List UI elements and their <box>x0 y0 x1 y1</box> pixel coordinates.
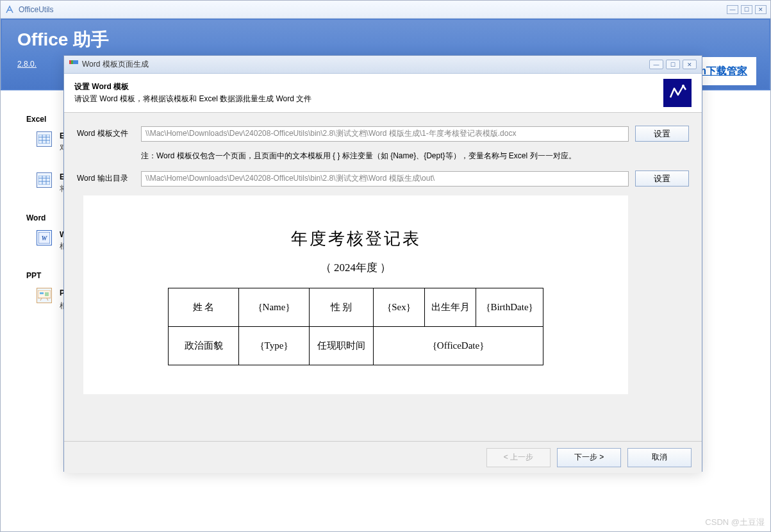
table-row: 姓 名 {Name} 性 别 {Sex} 出生年月 {BirthDate} <box>169 288 543 327</box>
cell-value: {Sex} <box>374 288 425 327</box>
template-preview: 年度考核登记表 （ 2024年度 ） 姓 名 {Name} 性 别 {Sex} … <box>83 195 628 394</box>
cell-value: {Type} <box>239 327 310 365</box>
preview-subtitle: （ 2024年度 ） <box>83 260 628 275</box>
dialog-close-button[interactable]: ✕ <box>683 60 697 69</box>
cell-label: 性 别 <box>310 288 374 327</box>
output-dir-label: Word 输出目录 <box>77 173 141 184</box>
output-dir-input[interactable] <box>141 171 629 187</box>
version-link[interactable]: 2.8.0. <box>17 60 37 69</box>
table-row: 政治面貌 {Type} 任现职时间 {OfficeDate} <box>169 327 543 365</box>
preview-title: 年度考核登记表 <box>83 228 628 250</box>
watermark: CSDN @土豆湿 <box>705 517 765 528</box>
dialog-titlebar[interactable]: Word 模板页面生成 — ☐ ✕ <box>64 56 702 74</box>
cell-label: 姓 名 <box>169 288 239 327</box>
svg-text:W: W <box>42 235 48 242</box>
dialog-maximize-button[interactable]: ☐ <box>666 60 680 69</box>
svg-rect-14 <box>40 292 44 294</box>
dialog-title: Word 模板页面生成 <box>82 59 649 70</box>
minimize-button[interactable]: — <box>727 5 738 14</box>
header-logo-icon <box>663 79 692 107</box>
cell-value: {Name} <box>239 288 310 327</box>
next-button[interactable]: 下一步 > <box>557 448 621 467</box>
svg-rect-15 <box>45 292 49 296</box>
main-titlebar[interactable]: OfficeUtils — ☐ ✕ <box>1 1 770 19</box>
cell-value: {BirthDate} <box>476 288 543 327</box>
maximize-button[interactable]: ☐ <box>741 5 752 14</box>
output-dir-row: Word 输出目录 设置 <box>77 170 689 187</box>
main-window-controls: — ☐ ✕ <box>727 5 767 14</box>
preview-table: 姓 名 {Name} 性 别 {Sex} 出生年月 {BirthDate} 政治… <box>168 288 543 365</box>
cell-label: 政治面貌 <box>169 327 239 365</box>
template-note: 注：Word 模板仅包含一个页面，且页面中的文本模板用 { } 标注变量（如 {… <box>141 151 689 162</box>
ppt-icon <box>37 288 52 303</box>
template-file-row: Word 模板文件 设置 <box>77 126 689 142</box>
banner-title: Office 助手 <box>17 28 754 52</box>
main-window-title: OfficeUtils <box>19 5 727 14</box>
excel-icon <box>37 131 52 147</box>
dialog-icon <box>69 60 78 69</box>
template-set-button[interactable]: 设置 <box>635 126 689 142</box>
cell-label: 任现职时间 <box>310 327 374 365</box>
dialog-header-subtitle: 请设置 Word 模板，将根据该模板和 Excel 数据源批量生成 Word 文… <box>74 94 663 104</box>
dialog-minimize-button[interactable]: — <box>649 60 663 69</box>
app-icon <box>4 4 15 15</box>
prev-button: < 上一步 <box>486 448 551 467</box>
svg-rect-6 <box>38 176 50 185</box>
cell-label: 出生年月 <box>425 288 476 327</box>
svg-point-18 <box>682 85 684 87</box>
svg-rect-1 <box>38 135 50 144</box>
cell-value: {OfficeDate} <box>374 327 543 365</box>
dialog-footer: < 上一步 下一步 > 取消 <box>64 441 702 473</box>
template-file-input[interactable] <box>141 126 629 142</box>
close-button[interactable]: ✕ <box>755 5 767 14</box>
svg-line-16 <box>40 298 42 301</box>
template-file-label: Word 模板文件 <box>77 128 141 139</box>
excel-icon <box>37 172 52 188</box>
dialog-body: Word 模板文件 设置 注：Word 模板仅包含一个页面，且页面中的文本模板用… <box>64 113 702 441</box>
cancel-button[interactable]: 取消 <box>627 448 692 467</box>
dialog-window-controls: — ☐ ✕ <box>649 60 697 69</box>
dialog-header-title: 设置 Word 模板 <box>74 81 663 92</box>
dialog-header: 设置 Word 模板 请设置 Word 模板，将根据该模板和 Excel 数据源… <box>64 74 702 113</box>
word-icon: W <box>37 230 52 245</box>
svg-line-17 <box>47 298 48 301</box>
output-set-button[interactable]: 设置 <box>635 170 689 187</box>
word-template-dialog: Word 模板页面生成 — ☐ ✕ 设置 Word 模板 请设置 Word 模板… <box>63 55 702 472</box>
